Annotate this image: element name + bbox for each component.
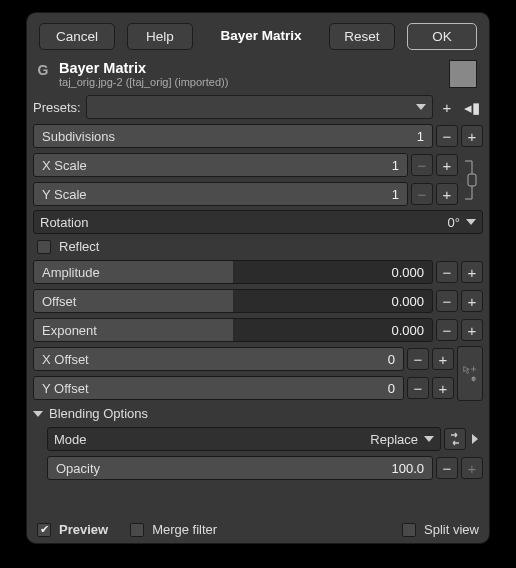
exponent-slider[interactable]: Exponent 0.000 <box>33 318 433 342</box>
yoffset-decr-button[interactable]: − <box>407 377 429 399</box>
xoffset-label: X Offset <box>42 352 89 367</box>
preview-checkbox[interactable]: Preview <box>33 520 112 539</box>
bayer-matrix-dialog: Cancel Help Bayer Matrix Reset OK G Baye… <box>26 12 490 544</box>
amplitude-label: Amplitude <box>42 265 100 280</box>
yscale-label: Y Scale <box>42 187 87 202</box>
xscale-decr-button[interactable]: − <box>411 154 433 176</box>
color-swatch[interactable] <box>449 60 477 88</box>
dialog-footer: Preview Merge filter Split view <box>27 514 489 543</box>
yscale-incr-button[interactable]: + <box>436 183 458 205</box>
opacity-incr-button[interactable]: + <box>461 457 483 479</box>
chevron-down-icon <box>416 104 426 110</box>
offset-incr-button[interactable]: + <box>461 290 483 312</box>
blend-mode-swap-button[interactable] <box>444 428 466 450</box>
presets-dropdown[interactable] <box>86 95 433 119</box>
merge-filter-label: Merge filter <box>152 522 217 537</box>
split-view-label: Split view <box>424 522 479 537</box>
exponent-label: Exponent <box>42 323 97 338</box>
offset-label: Offset <box>42 294 76 309</box>
subdivisions-slider[interactable]: Subdivisions 1 <box>33 124 433 148</box>
xscale-value: 1 <box>392 158 399 173</box>
yoffset-value: 0 <box>388 381 395 396</box>
preset-add-button[interactable]: + <box>436 96 458 118</box>
amplitude-value: 0.000 <box>391 265 424 280</box>
svg-rect-1 <box>468 174 476 186</box>
amplitude-incr-button[interactable]: + <box>461 261 483 283</box>
amplitude-decr-button[interactable]: − <box>436 261 458 283</box>
blend-mode-dropdown[interactable]: Mode Replace <box>47 427 441 451</box>
xscale-incr-button[interactable]: + <box>436 154 458 176</box>
subdivisions-value: 1 <box>417 129 424 144</box>
exponent-incr-button[interactable]: + <box>461 319 483 341</box>
rotation-value: 0° <box>448 215 460 230</box>
blend-mode-label: Mode <box>54 432 87 447</box>
expander-down-icon <box>33 411 43 417</box>
checkbox-icon <box>37 240 51 254</box>
preset-menu-button[interactable]: ◂▮ <box>461 96 483 118</box>
xoffset-value: 0 <box>388 352 395 367</box>
checkbox-icon <box>37 523 51 537</box>
blending-options-expander[interactable]: Blending Options <box>33 404 483 423</box>
yscale-slider[interactable]: Y Scale 1 <box>33 182 408 206</box>
subdivisions-label: Subdivisions <box>42 129 115 144</box>
offset-value: 0.000 <box>391 294 424 309</box>
blend-mode-menu-button[interactable] <box>469 428 483 450</box>
exponent-value: 0.000 <box>391 323 424 338</box>
yoffset-label: Y Offset <box>42 381 89 396</box>
checkbox-icon <box>130 523 144 537</box>
amplitude-slider[interactable]: Amplitude 0.000 <box>33 260 433 284</box>
help-button[interactable]: Help <box>127 23 193 50</box>
yoffset-incr-button[interactable]: + <box>432 377 454 399</box>
ok-button[interactable]: OK <box>407 23 477 50</box>
dialog-title: Bayer Matrix <box>205 23 317 50</box>
xscale-label: X Scale <box>42 158 87 173</box>
xoffset-slider[interactable]: X Offset 0 <box>33 347 404 371</box>
offset-slider[interactable]: Offset 0.000 <box>33 289 433 313</box>
exponent-decr-button[interactable]: − <box>436 319 458 341</box>
target-image-label: taj_orig.jpg-2 ([taj_orig] (imported)) <box>59 76 443 88</box>
opacity-slider[interactable]: Opacity 100.0 <box>47 456 433 480</box>
xoffset-decr-button[interactable]: − <box>407 348 429 370</box>
opacity-value: 100.0 <box>391 461 424 476</box>
dialog-button-bar: Cancel Help Bayer Matrix Reset OK <box>27 13 489 58</box>
chevron-down-icon <box>466 219 476 225</box>
blend-mode-value: Replace <box>370 432 418 447</box>
presets-label: Presets: <box>33 100 83 115</box>
dialog-header: G Bayer Matrix taj_orig.jpg-2 ([taj_orig… <box>27 58 489 94</box>
reflect-checkbox[interactable]: Reflect <box>33 237 483 256</box>
preview-label: Preview <box>59 522 108 537</box>
yscale-decr-button[interactable]: − <box>411 183 433 205</box>
checkbox-icon <box>402 523 416 537</box>
subdivisions-decr-button[interactable]: − <box>436 125 458 147</box>
opacity-label: Opacity <box>56 461 100 476</box>
reset-button[interactable]: Reset <box>329 23 395 50</box>
yscale-value: 1 <box>392 187 399 202</box>
offset-pick-button[interactable] <box>457 346 483 401</box>
chevron-right-icon <box>472 434 478 444</box>
split-view-checkbox[interactable]: Split view <box>398 520 483 539</box>
offset-decr-button[interactable]: − <box>436 290 458 312</box>
subdivisions-incr-button[interactable]: + <box>461 125 483 147</box>
blending-options-label: Blending Options <box>49 406 148 421</box>
xscale-slider[interactable]: X Scale 1 <box>33 153 408 177</box>
opacity-decr-button[interactable]: − <box>436 457 458 479</box>
rotation-dropdown[interactable]: Rotation 0° <box>33 210 483 234</box>
filter-name: Bayer Matrix <box>59 60 443 76</box>
yoffset-slider[interactable]: Y Offset 0 <box>33 376 404 400</box>
cancel-button[interactable]: Cancel <box>39 23 115 50</box>
rotation-label: Rotation <box>40 215 88 230</box>
xoffset-incr-button[interactable]: + <box>432 348 454 370</box>
scale-link-toggle[interactable] <box>461 152 483 207</box>
chevron-down-icon <box>424 436 434 442</box>
gimp-icon: G <box>33 62 53 82</box>
reflect-label: Reflect <box>59 239 99 254</box>
merge-filter-checkbox[interactable]: Merge filter <box>126 520 221 539</box>
